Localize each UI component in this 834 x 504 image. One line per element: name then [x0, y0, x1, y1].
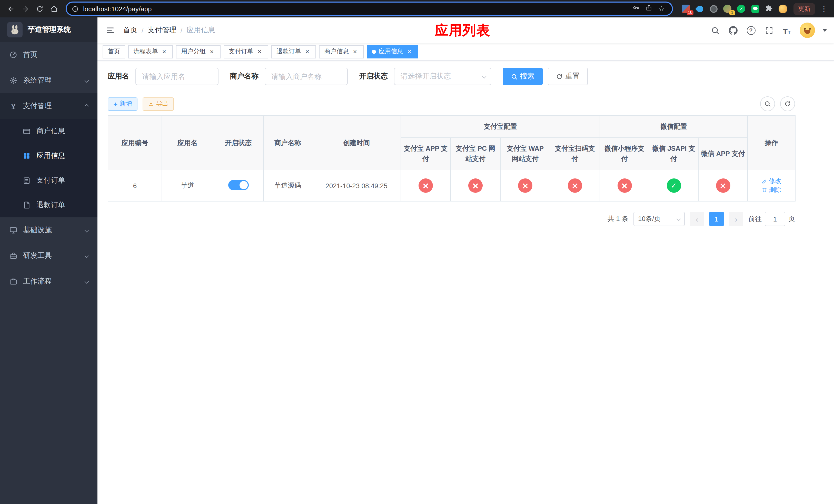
tab-merchant-info[interactable]: 商户信息 × — [319, 45, 364, 58]
tabs-bar: 首页 流程表单 × 用户分组 × 支付订单 × 退款订单 × — [97, 43, 834, 61]
sidebar-item-app-info[interactable]: 应用信息 — [0, 143, 97, 168]
next-page-button[interactable]: › — [729, 212, 743, 226]
reset-button[interactable]: 重置 — [548, 68, 588, 85]
gear-icon — [9, 76, 18, 85]
cell-alipay-wap — [500, 170, 550, 202]
sidebar-item-payment-orders[interactable]: 支付订单 — [0, 168, 97, 193]
extensions-puzzle-icon[interactable] — [764, 4, 773, 13]
browser-profile-avatar[interactable] — [778, 4, 787, 13]
topbar: 首页 / 支付管理 / 应用信息 应用列表 ? — [97, 18, 834, 43]
status-label: 开启状态 — [359, 72, 388, 81]
fullscreen-icon[interactable] — [764, 25, 774, 36]
col-header-alipay-app: 支付宝 APP 支付 — [401, 138, 451, 170]
browser-back-icon[interactable] — [4, 2, 18, 15]
sidebar-item-refund-orders[interactable]: 退款订单 — [0, 193, 97, 217]
search-icon[interactable] — [710, 25, 720, 36]
close-icon[interactable]: × — [256, 48, 263, 55]
delete-link[interactable]: 删除 — [762, 186, 781, 194]
font-size-icon[interactable]: TT — [782, 25, 792, 36]
sidebar-logo-row[interactable]: 芋道管理系统 — [0, 18, 97, 42]
merchant-name-input[interactable] — [265, 68, 348, 85]
toolbox-icon — [9, 252, 18, 260]
prev-icon: ‹ — [696, 215, 698, 224]
extensions-area: 10 1 ✓ — [678, 4, 790, 13]
tab-home[interactable]: 首页 — [103, 45, 125, 58]
site-info-icon[interactable] — [70, 4, 80, 14]
sidebar-item-home[interactable]: 首页 — [0, 42, 97, 68]
cell-alipay-pc — [451, 170, 500, 202]
extension-grid-icon[interactable]: 10 — [681, 4, 690, 13]
password-key-icon[interactable] — [633, 4, 640, 13]
add-button[interactable]: + 新增 — [108, 97, 137, 111]
chevron-down-icon — [85, 254, 89, 258]
browser-forward-icon[interactable] — [19, 2, 32, 15]
sidebar-group-payment: ¥ 支付管理 商户信息 应用信息 — [0, 93, 97, 217]
extension-drop-icon[interactable] — [695, 4, 704, 13]
extension-avatar-icon[interactable]: 1 — [723, 4, 732, 13]
tab-process-form[interactable]: 流程表单 × — [128, 45, 173, 58]
browser-update-button[interactable]: 更新 — [793, 3, 815, 15]
browser-refresh-icon[interactable] — [33, 2, 46, 15]
breadcrumb-current: 应用信息 — [187, 26, 215, 35]
sidebar-toggle-icon[interactable] — [105, 25, 116, 36]
extension-badge: 1 — [729, 10, 735, 15]
sidebar-item-label: 工作流程 — [23, 277, 52, 286]
github-icon[interactable] — [728, 25, 738, 36]
app-name-input[interactable] — [135, 68, 219, 85]
breadcrumb-home[interactable]: 首页 — [123, 26, 137, 35]
sidebar-item-label: 基础设施 — [23, 226, 52, 235]
extension-check-icon[interactable]: ✓ — [737, 4, 746, 13]
toggle-search-button[interactable] — [760, 96, 775, 111]
extension-dark-icon[interactable] — [709, 4, 718, 13]
goto-page-input[interactable] — [765, 212, 785, 226]
payment-submenu: 商户信息 应用信息 支付订单 — [0, 119, 97, 217]
omnibox-actions: ☆ — [633, 4, 669, 13]
extension-chat-icon[interactable] — [750, 4, 760, 13]
close-icon[interactable]: × — [406, 48, 413, 55]
status-select[interactable]: 请选择开启状态 — [394, 68, 491, 85]
pagination: 共 1 条 10条/页 ‹ 1 › 前往 页 — [108, 212, 795, 226]
share-icon[interactable] — [645, 4, 653, 13]
sidebar-item-payment-management[interactable]: ¥ 支付管理 — [0, 93, 97, 119]
col-header-wechat-jsapi: 微信 JSAPI 支付 — [649, 138, 698, 170]
bookmark-star-icon[interactable]: ☆ — [658, 5, 665, 12]
url-bar[interactable]: localhost:1024/pay/app ☆ — [66, 2, 673, 16]
close-icon[interactable]: × — [208, 48, 215, 55]
avatar-caret-icon[interactable] — [823, 29, 827, 31]
sidebar-item-merchant-info[interactable]: 商户信息 — [0, 119, 97, 143]
cell-alipay-qr — [550, 170, 600, 202]
config-status-icon — [518, 179, 532, 193]
prev-page-button[interactable]: ‹ — [690, 212, 704, 226]
page-size-select[interactable]: 10条/页 — [633, 212, 685, 226]
browser-home-icon[interactable] — [47, 2, 61, 15]
close-icon[interactable]: × — [351, 48, 358, 55]
user-avatar[interactable] — [799, 23, 815, 38]
close-icon[interactable]: × — [160, 48, 168, 55]
page-1-button[interactable]: 1 — [709, 212, 724, 226]
config-status-icon — [468, 179, 483, 193]
active-tab-dot — [372, 49, 376, 53]
page: localhost:1024/pay/app ☆ 10 1 — [0, 0, 834, 504]
search-button[interactable]: 搜索 — [503, 68, 543, 85]
chevron-down-icon — [85, 279, 89, 284]
sidebar-item-system-management[interactable]: 系统管理 — [0, 68, 97, 93]
tab-app-info[interactable]: 应用信息 × — [367, 45, 418, 58]
status-toggle[interactable] — [228, 180, 248, 190]
sidebar-item-workflow[interactable]: 工作流程 — [0, 269, 97, 294]
tab-refund-orders[interactable]: 退款订单 × — [271, 45, 316, 58]
browser-menu-icon[interactable]: ⋮ — [818, 4, 830, 13]
help-icon[interactable]: ? — [746, 25, 756, 36]
edit-link[interactable]: 修改 — [762, 177, 781, 186]
filter-form: 应用名 商户名称 开启状态 请选择开启状态 — [108, 68, 824, 85]
tab-payment-orders[interactable]: 支付订单 × — [224, 45, 268, 58]
breadcrumb-separator: / — [141, 26, 144, 35]
sidebar-item-dev-tools[interactable]: 研发工具 — [0, 243, 97, 269]
export-button[interactable]: 导出 — [142, 97, 174, 111]
refresh-table-button[interactable] — [780, 96, 795, 111]
sidebar-item-label: 系统管理 — [23, 76, 52, 85]
tab-user-group[interactable]: 用户分组 × — [176, 45, 221, 58]
breadcrumb-payment[interactable]: 支付管理 — [148, 26, 176, 35]
sidebar-item-infrastructure[interactable]: 基础设施 — [0, 217, 97, 243]
close-icon[interactable]: × — [304, 48, 311, 55]
yen-icon: ¥ — [9, 102, 18, 110]
